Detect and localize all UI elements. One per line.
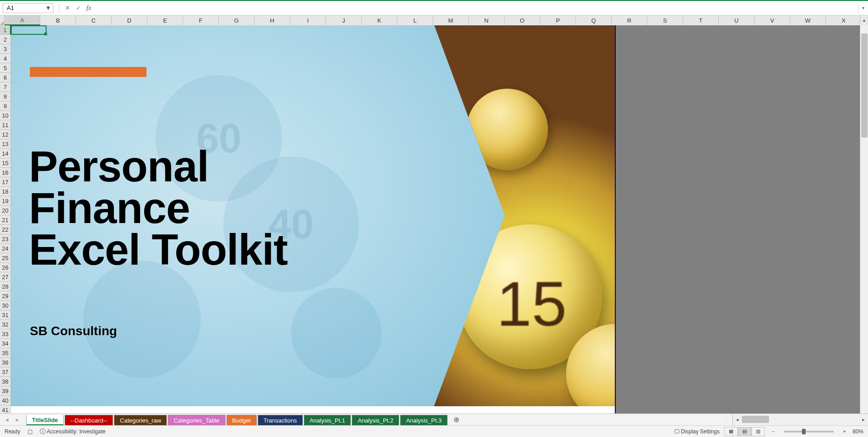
column-header-S[interactable]: S xyxy=(647,15,683,25)
vertical-scrollbar[interactable]: ▼ xyxy=(860,25,868,423)
name-box[interactable]: A1 ▼ xyxy=(3,3,53,13)
macro-record-icon[interactable]: ▢ xyxy=(28,428,33,435)
row-header-37[interactable]: 37 xyxy=(0,367,10,377)
column-header-X[interactable]: X xyxy=(826,15,862,25)
row-header-20[interactable]: 20 xyxy=(0,206,10,215)
sheet-tab[interactable]: Analysis_Pt.1 xyxy=(304,415,351,426)
row-header-35[interactable]: 35 xyxy=(0,348,10,358)
normal-view-button[interactable]: ▦ xyxy=(724,427,738,436)
column-header-D[interactable]: D xyxy=(112,15,147,25)
row-header-18[interactable]: 18 xyxy=(0,187,10,196)
sheet-tab[interactable]: Transactions xyxy=(258,415,303,426)
column-header-T[interactable]: T xyxy=(683,15,719,25)
sheet-tab[interactable]: Categories_raw xyxy=(114,415,167,426)
row-header-40[interactable]: 40 xyxy=(0,396,10,405)
formula-input[interactable] xyxy=(94,3,858,13)
column-header-H[interactable]: H xyxy=(255,15,290,25)
column-header-Q[interactable]: Q xyxy=(576,15,612,25)
row-header-2[interactable]: 2 xyxy=(0,35,10,44)
horizontal-scrollbar-track[interactable] xyxy=(742,414,859,425)
column-header-O[interactable]: O xyxy=(505,15,540,25)
scroll-left-button[interactable]: ◄ xyxy=(733,414,742,425)
column-header-E[interactable]: E xyxy=(147,15,183,25)
horizontal-scrollbar-thumb[interactable] xyxy=(742,416,769,423)
row-header-24[interactable]: 24 xyxy=(0,244,10,253)
row-header-21[interactable]: 21 xyxy=(0,215,10,225)
vertical-scrollbar-thumb[interactable] xyxy=(861,33,868,138)
row-header-4[interactable]: 4 xyxy=(0,54,10,63)
row-header-1[interactable]: 1 xyxy=(0,25,11,35)
row-header-32[interactable]: 32 xyxy=(0,320,10,329)
row-header-22[interactable]: 22 xyxy=(0,225,10,234)
accessibility-status[interactable]: ⓘ Accessibility: Investigate xyxy=(40,428,106,436)
sheet-tab[interactable]: --Dashboard-- xyxy=(65,415,113,426)
column-header-R[interactable]: R xyxy=(612,15,647,25)
column-header-U[interactable]: U xyxy=(719,15,755,25)
row-header-30[interactable]: 30 xyxy=(0,301,10,310)
column-header-B[interactable]: B xyxy=(40,15,76,25)
row-header-33[interactable]: 33 xyxy=(0,329,10,339)
column-header-V[interactable]: V xyxy=(755,15,790,25)
row-header-25[interactable]: 25 xyxy=(0,253,10,263)
row-header-6[interactable]: 6 xyxy=(0,73,10,82)
row-header-3[interactable]: 3 xyxy=(0,44,10,54)
row-header-27[interactable]: 27 xyxy=(0,272,10,282)
column-header-F[interactable]: F xyxy=(183,15,219,25)
tabs-next-button[interactable]: ► xyxy=(15,417,20,423)
row-header-16[interactable]: 16 xyxy=(0,168,10,177)
row-header-13[interactable]: 13 xyxy=(0,139,10,149)
column-header-G[interactable]: G xyxy=(219,15,255,25)
sheet-tab[interactable]: TitleSlide xyxy=(26,415,64,426)
page-layout-view-button[interactable]: ▤ xyxy=(738,427,751,436)
display-settings-button[interactable]: 🖵 Display Settings xyxy=(674,428,720,435)
select-all-button[interactable] xyxy=(0,15,5,25)
cells-viewport[interactable]: 60 40 15 Personal Finance Excel Toolkit xyxy=(11,25,868,423)
confirm-formula-button[interactable]: ✓ xyxy=(73,3,84,13)
row-header-15[interactable]: 15 xyxy=(0,158,10,168)
row-header-11[interactable]: 11 xyxy=(0,120,10,130)
row-header-26[interactable]: 26 xyxy=(0,263,10,272)
horizontal-scrollbar[interactable]: ◄ ► xyxy=(732,414,868,425)
row-header-8[interactable]: 8 xyxy=(0,92,10,101)
column-header-P[interactable]: P xyxy=(540,15,576,25)
row-header-12[interactable]: 12 xyxy=(0,130,10,139)
row-header-10[interactable]: 10 xyxy=(0,111,10,120)
row-header-14[interactable]: 14 xyxy=(0,149,10,158)
column-header-W[interactable]: W xyxy=(790,15,826,25)
row-header-31[interactable]: 31 xyxy=(0,310,10,320)
zoom-out-button[interactable]: − xyxy=(769,428,777,435)
add-sheet-button[interactable]: ⊕ xyxy=(450,414,463,425)
sheet-tab[interactable]: Categories_Table xyxy=(168,415,225,426)
scroll-right-button[interactable]: ► xyxy=(859,414,868,425)
cancel-formula-button[interactable]: ✕ xyxy=(62,3,73,13)
column-header-L[interactable]: L xyxy=(397,15,433,25)
row-header-29[interactable]: 29 xyxy=(0,291,10,301)
row-header-39[interactable]: 39 xyxy=(0,386,10,396)
column-header-C[interactable]: C xyxy=(76,15,112,25)
row-header-38[interactable]: 38 xyxy=(0,377,10,386)
tabs-prev-button[interactable]: ◄ xyxy=(5,417,9,423)
column-header-I[interactable]: I xyxy=(290,15,326,25)
page-break-view-button[interactable]: ▥ xyxy=(751,427,765,436)
row-header-5[interactable]: 5 xyxy=(0,63,10,73)
sheet-tab[interactable]: Analysis_Pt.3 xyxy=(400,415,448,426)
fx-icon[interactable]: fx xyxy=(86,4,91,12)
row-header-7[interactable]: 7 xyxy=(0,82,10,92)
row-header-34[interactable]: 34 xyxy=(0,339,10,348)
column-header-J[interactable]: J xyxy=(326,15,362,25)
zoom-in-button[interactable]: + xyxy=(841,428,848,435)
column-header-K[interactable]: K xyxy=(362,15,397,25)
column-header-N[interactable]: N xyxy=(469,15,505,25)
row-header-28[interactable]: 28 xyxy=(0,282,10,291)
name-box-dropdown-icon[interactable]: ▼ xyxy=(45,5,51,11)
tabs-resize-handle[interactable]: ⋮ xyxy=(720,414,732,425)
zoom-slider[interactable] xyxy=(784,431,834,432)
row-header-9[interactable]: 9 xyxy=(0,101,10,111)
column-header-M[interactable]: M xyxy=(433,15,469,25)
zoom-level[interactable]: 80% xyxy=(853,428,863,435)
row-header-23[interactable]: 23 xyxy=(0,234,10,244)
sheet-tab[interactable]: Budget xyxy=(226,415,257,426)
zoom-slider-thumb[interactable] xyxy=(802,429,806,434)
expand-formula-bar-button[interactable]: ▾ xyxy=(858,3,868,13)
row-header-36[interactable]: 36 xyxy=(0,358,10,367)
